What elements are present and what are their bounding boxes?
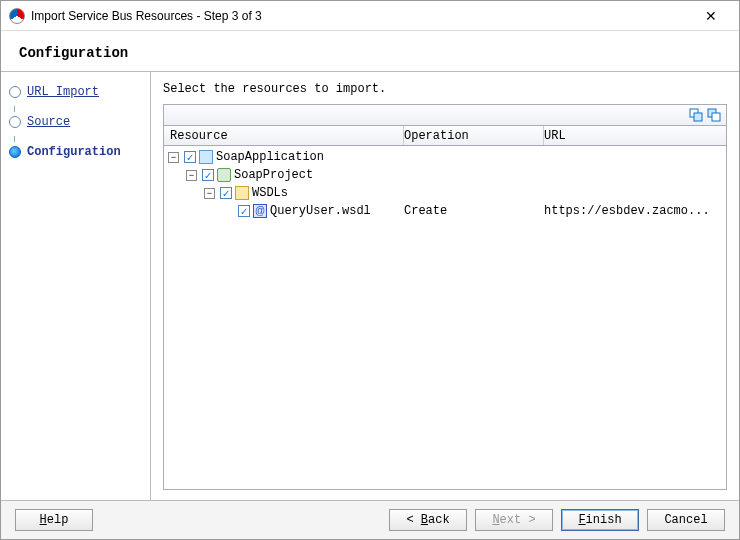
wsdl-icon: @ [253, 204, 267, 218]
deselect-all-icon[interactable] [706, 107, 722, 123]
button-bar: Help < Back Next > Finish Cancel [1, 501, 739, 539]
expand-icon[interactable]: − [168, 152, 179, 163]
step-configuration[interactable]: Configuration [7, 142, 144, 162]
application-icon [199, 150, 213, 164]
expand-icon[interactable]: − [186, 170, 197, 181]
cancel-label: Cancel [664, 513, 707, 527]
instruction-text: Select the resources to import. [163, 82, 727, 96]
step-label: URL Import [27, 85, 99, 99]
tree-row-app[interactable]: − ✓ SoapApplication [164, 148, 726, 166]
select-all-icon[interactable] [688, 107, 704, 123]
main-panel: Select the resources to import. Resource… [151, 72, 739, 500]
tree-row-file[interactable]: ✓ @ QueryUser.wsdl Create https://esbdev… [164, 202, 726, 220]
finish-button[interactable]: Finish [561, 509, 639, 531]
wizard-window: Import Service Bus Resources - Step 3 of… [0, 0, 740, 540]
step-label: Configuration [27, 145, 121, 159]
folder-icon [235, 186, 249, 200]
app-icon [9, 8, 25, 24]
step-node-icon [9, 146, 21, 158]
project-icon [217, 168, 231, 182]
close-icon[interactable]: ✕ [691, 2, 731, 30]
node-label: SoapProject [234, 168, 313, 182]
checkbox[interactable]: ✓ [238, 205, 250, 217]
back-button[interactable]: < Back [389, 509, 467, 531]
expand-icon[interactable]: − [204, 188, 215, 199]
step-url-import[interactable]: URL Import [7, 82, 144, 102]
node-label: WSDLs [252, 186, 288, 200]
node-label: SoapApplication [216, 150, 324, 164]
step-sidebar: URL Import Source Configuration [1, 72, 151, 500]
tree-row-project[interactable]: − ✓ SoapProject [164, 166, 726, 184]
col-url[interactable]: URL [544, 126, 726, 145]
step-node-icon [9, 116, 21, 128]
checkbox[interactable]: ✓ [202, 169, 214, 181]
window-title: Import Service Bus Resources - Step 3 of… [31, 9, 691, 23]
checkbox[interactable]: ✓ [184, 151, 196, 163]
cancel-button[interactable]: Cancel [647, 509, 725, 531]
col-operation[interactable]: Operation [404, 126, 544, 145]
wizard-body: URL Import Source Configuration Select t… [1, 71, 739, 501]
page-title: Configuration [1, 31, 739, 71]
checkbox[interactable]: ✓ [220, 187, 232, 199]
resource-tree[interactable]: − ✓ SoapApplication − ✓ SoapProject [163, 146, 727, 490]
svg-rect-3 [712, 113, 720, 121]
table-header: Resource Operation URL [163, 126, 727, 146]
url-value: https://esbdev.zacmo... [544, 204, 726, 218]
operation-value: Create [404, 204, 544, 218]
next-button: Next > [475, 509, 553, 531]
step-source[interactable]: Source [7, 112, 144, 132]
titlebar: Import Service Bus Resources - Step 3 of… [1, 1, 739, 31]
step-label: Source [27, 115, 70, 129]
col-resource[interactable]: Resource [164, 126, 404, 145]
tree-toolbar [163, 104, 727, 126]
help-button[interactable]: Help [15, 509, 93, 531]
node-label: QueryUser.wsdl [270, 204, 371, 218]
svg-rect-1 [694, 113, 702, 121]
tree-row-folder[interactable]: − ✓ WSDLs [164, 184, 726, 202]
step-node-icon [9, 86, 21, 98]
leaf-spacer [222, 206, 233, 217]
